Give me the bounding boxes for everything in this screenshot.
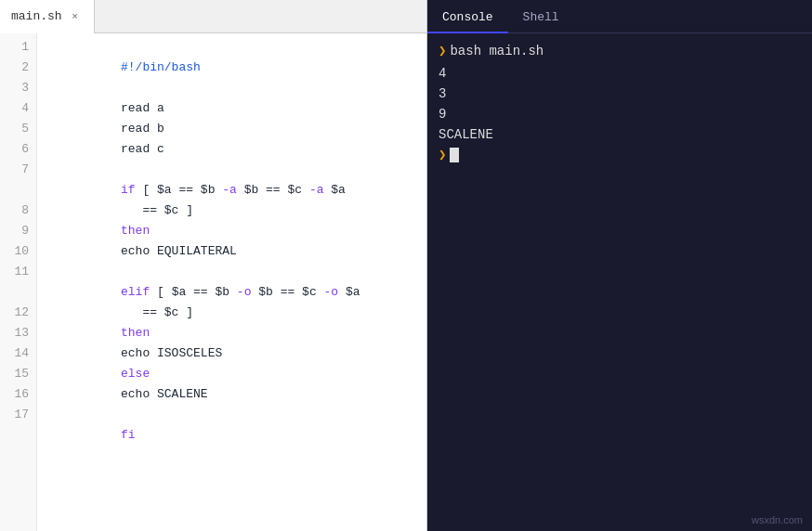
line-num-15: 15 [0,364,36,384]
line-num-12: 12 [0,303,36,323]
editor-tab-label: main.sh [11,9,62,23]
line-num-2: 2 [0,58,36,78]
prompt-icon: ❯ [439,41,446,61]
console-output-3: 3 [439,84,801,104]
console-next-prompt: ❯ [439,145,801,165]
console-prompt-line: ❯ bash main.sh [439,41,801,61]
line-num-11: 11 [0,262,36,282]
tab-console[interactable]: Console [427,2,508,33]
code-area[interactable]: #!/bin/bash read a read b read c [37,33,426,531]
line-num-11b [0,282,36,303]
cursor-block [450,148,459,162]
line-num-9: 9 [0,221,36,241]
line-num-4: 4 [0,98,36,119]
editor-tab-bar: main.sh × [0,0,426,33]
right-tab-bar: Console Shell [427,0,812,33]
cursor-prompt-icon: ❯ [439,145,446,165]
code-shebang: #!/bin/bash [121,60,201,74]
console-output-9: 9 [439,104,801,124]
line-num-6: 6 [0,139,36,160]
line-num-16: 16 [0,384,36,405]
line-num-3: 3 [0,78,36,98]
line-num-5: 5 [0,119,36,139]
editor-tab-main-sh[interactable]: main.sh × [0,0,95,33]
line-numbers: 1 2 3 4 5 6 7 8 9 10 11 12 13 14 15 16 1… [0,33,37,531]
console-output-area[interactable]: ❯ bash main.sh 4 3 9 SCALENE ❯ [427,33,812,531]
console-output-4: 4 [439,63,801,84]
right-panel: Console Shell ❯ bash main.sh 4 3 9 SCALE… [427,0,812,531]
line-num-17: 17 [0,405,36,425]
line-num-7b [0,180,36,201]
line-num-7: 7 [0,160,36,180]
line-num-13: 13 [0,323,36,343]
line-num-10: 10 [0,241,36,262]
line-num-14: 14 [0,343,36,364]
tab-shell[interactable]: Shell [508,1,574,32]
line-num-1: 1 [0,37,36,58]
console-output-scalene: SCALENE [439,124,801,145]
watermark: wsxdn.com [752,514,803,525]
editor-content: 1 2 3 4 5 6 7 8 9 10 11 12 13 14 15 16 1… [0,33,426,531]
prompt-command: bash main.sh [450,41,544,61]
code-line-1: #!/bin/bash [48,37,426,58]
editor-tab-close[interactable]: × [68,9,83,24]
app-container: main.sh × 1 2 3 4 5 6 7 8 9 10 11 12 [0,0,812,531]
editor-panel: main.sh × 1 2 3 4 5 6 7 8 9 10 11 12 [0,0,427,531]
line-num-8: 8 [0,201,36,221]
